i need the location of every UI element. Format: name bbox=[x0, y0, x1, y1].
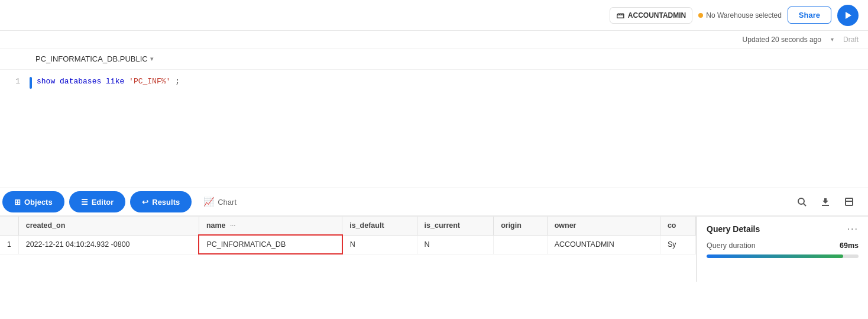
cell-name-1: PC_INFORMATICA_DB bbox=[199, 235, 342, 254]
line-marker bbox=[30, 77, 32, 89]
top-bar: 🗃 ACCOUNTADMIN No Warehouse selected Sha… bbox=[0, 0, 868, 31]
tab-right-icons bbox=[792, 192, 868, 211]
col-dots-name: ··· bbox=[230, 222, 235, 229]
col-header-name: name ··· bbox=[199, 217, 342, 235]
duration-progress-bar bbox=[707, 254, 859, 258]
tab-editor-label: Editor bbox=[92, 198, 114, 207]
results-area: created_on name ··· is_default is_curren… bbox=[0, 217, 868, 282]
objects-icon: ⊞ bbox=[14, 198, 21, 207]
run-button[interactable] bbox=[837, 5, 859, 26]
status-bar: Updated 20 seconds ago ▾ Draft bbox=[0, 31, 868, 49]
detail-duration-row: Query duration 69ms bbox=[707, 241, 859, 250]
col-header-co: co bbox=[660, 217, 695, 235]
svg-line-2 bbox=[804, 204, 806, 206]
query-details-panel: Query Details ··· Query duration 69ms bbox=[697, 217, 868, 282]
col-header-created-on: created_on bbox=[18, 217, 199, 235]
panel-title: Query Details bbox=[707, 224, 760, 234]
panel-menu-button[interactable]: ··· bbox=[847, 224, 859, 234]
chart-icon: 📈 bbox=[203, 196, 215, 207]
str-value: 'PC_INF%' bbox=[129, 77, 170, 86]
results-icon: ↩ bbox=[142, 198, 148, 207]
table-row: 1 2022-12-21 04:10:24.932 -0800 PC_INFOR… bbox=[0, 235, 696, 254]
duration-value: 69ms bbox=[840, 241, 859, 250]
cell-is-default-1: N bbox=[342, 235, 417, 254]
updated-text: Updated 20 seconds ago bbox=[743, 36, 821, 44]
tab-objects-label: Objects bbox=[24, 198, 53, 207]
search-icon bbox=[797, 197, 807, 207]
expand-button[interactable] bbox=[840, 192, 859, 211]
download-button[interactable] bbox=[816, 192, 835, 211]
tab-objects[interactable]: ⊞ Objects bbox=[2, 191, 64, 212]
cell-origin-1 bbox=[494, 235, 548, 254]
kw-show: show bbox=[37, 77, 55, 86]
panel-header: Query Details ··· bbox=[707, 224, 859, 234]
col-header-is-current: is_current bbox=[417, 217, 494, 235]
code-editor[interactable]: 1 show databases like 'PC_INF%' ; bbox=[0, 70, 868, 188]
duration-progress-fill bbox=[707, 254, 843, 258]
run-icon bbox=[843, 11, 853, 20]
account-label: ACCOUNTADMIN bbox=[628, 11, 686, 20]
warehouse-indicator: No Warehouse selected bbox=[698, 11, 782, 20]
code-content-1: show databases like 'PC_INF%' ; bbox=[37, 77, 180, 86]
line-number-1: 1 bbox=[0, 77, 30, 86]
tab-results[interactable]: ↩ Results bbox=[130, 191, 192, 212]
download-icon bbox=[821, 197, 830, 207]
svg-marker-0 bbox=[846, 12, 851, 19]
search-button[interactable] bbox=[792, 192, 811, 211]
editor-icon: ☰ bbox=[81, 198, 88, 207]
col-header-rownum bbox=[0, 217, 18, 235]
duration-label: Query duration bbox=[707, 241, 756, 250]
cell-is-current-1: N bbox=[417, 235, 494, 254]
results-table-section[interactable]: created_on name ··· is_default is_curren… bbox=[0, 217, 697, 282]
cell-owner-1: ACCOUNTADMIN bbox=[547, 235, 660, 254]
col-header-origin: origin bbox=[494, 217, 548, 235]
db-chevron-icon: ▾ bbox=[150, 55, 154, 63]
kw-databases: databases bbox=[60, 77, 101, 86]
tab-bar: ⊞ Objects ☰ Editor ↩ Results 📈 Chart bbox=[0, 188, 868, 217]
db-selector[interactable]: PC_INFORMATICA_DB.PUBLIC ▾ bbox=[35, 54, 154, 63]
code-line-1: 1 show databases like 'PC_INF%' ; bbox=[0, 76, 868, 90]
cell-co-1: Sy bbox=[660, 235, 695, 254]
expand-icon bbox=[844, 197, 854, 207]
db-selector-row: PC_INFORMATICA_DB.PUBLIC ▾ bbox=[0, 49, 868, 70]
tab-chart[interactable]: 📈 Chart bbox=[194, 196, 246, 207]
draft-label: Draft bbox=[843, 36, 859, 44]
tab-editor[interactable]: ☰ Editor bbox=[69, 191, 126, 212]
chevron-down-icon: ▾ bbox=[831, 36, 834, 43]
cell-created-on-1: 2022-12-21 04:10:24.932 -0800 bbox=[18, 235, 199, 254]
account-icon: 🗃 bbox=[616, 11, 624, 20]
tab-chart-label: Chart bbox=[218, 198, 237, 207]
share-button[interactable]: Share bbox=[788, 7, 831, 24]
tab-results-label: Results bbox=[152, 198, 180, 207]
db-selector-label: PC_INFORMATICA_DB.PUBLIC bbox=[35, 54, 148, 63]
col-header-is-default: is_default bbox=[342, 217, 417, 235]
results-table: created_on name ··· is_default is_curren… bbox=[0, 217, 696, 254]
col-header-owner: owner bbox=[547, 217, 660, 235]
kw-like: like bbox=[106, 77, 124, 86]
account-button[interactable]: 🗃 ACCOUNTADMIN bbox=[610, 7, 692, 24]
svg-rect-3 bbox=[822, 205, 829, 206]
warehouse-dot bbox=[698, 13, 703, 18]
svg-point-1 bbox=[798, 198, 804, 204]
warehouse-label: No Warehouse selected bbox=[706, 11, 782, 20]
cell-rownum-1: 1 bbox=[0, 235, 18, 254]
